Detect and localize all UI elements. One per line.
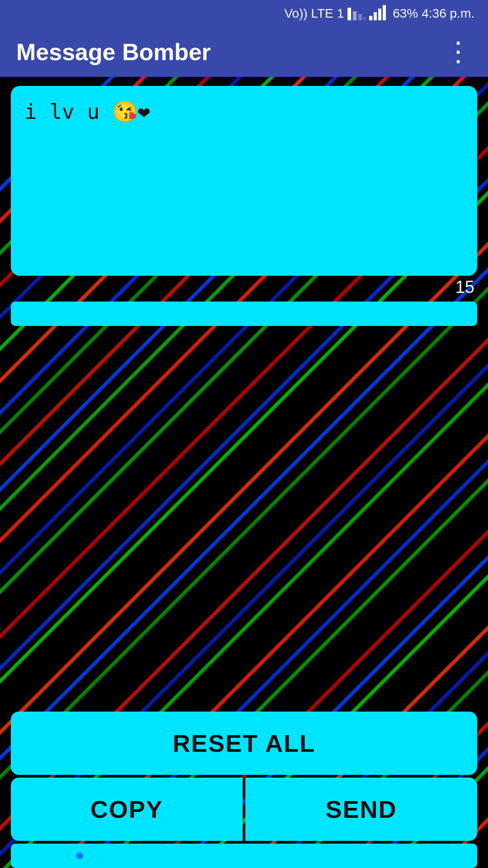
svg-rect-4 [369,16,372,20]
signal-strength-2 [369,4,389,24]
svg-rect-5 [374,12,377,20]
repeat-count-slider[interactable] [11,302,477,326]
spacer [11,328,477,712]
status-icons: Vo)) LTE 1 63% 4:36 p.m. [284,4,474,24]
svg-rect-2 [358,14,362,20]
send-button[interactable]: SEND [245,778,477,841]
reset-all-button[interactable]: RESET ALL [11,712,477,775]
svg-rect-3 [364,17,366,20]
app-title: Message Bomber [16,38,211,66]
volte-indicator: Vo)) LTE [284,6,333,21]
bottom-slider[interactable] [11,844,477,868]
svg-rect-6 [378,9,381,20]
svg-rect-7 [383,5,386,20]
main-content: i lv u 😘❤️ 15 RESET ALL COPY SEND [0,77,488,868]
signal-strength-1 [347,4,366,24]
sim-indicator: 1 [337,6,344,21]
status-bar: Vo)) LTE 1 63% 4:36 p.m. [0,0,488,27]
more-options-icon[interactable]: ⋮ [445,38,472,66]
slider-container [11,302,477,328]
copy-send-row: COPY SEND [11,778,477,841]
copy-button[interactable]: COPY [11,778,243,841]
svg-rect-0 [347,8,351,20]
time-display: 4:36 p.m. [422,6,474,21]
battery-level: 63% [393,6,418,21]
message-input[interactable]: i lv u 😘❤️ [11,86,477,276]
svg-rect-1 [353,11,357,20]
char-count: 15 [11,278,477,297]
app-bar: Message Bomber ⋮ [0,27,488,77]
